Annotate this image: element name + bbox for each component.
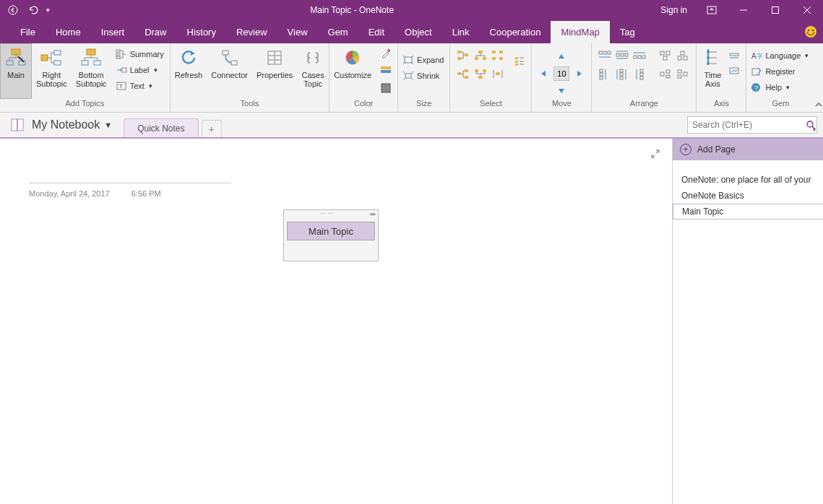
select-tree-2[interactable] [473,48,488,64]
arrange-3[interactable] [632,48,647,64]
arrange-2[interactable] [615,48,629,64]
move-step-value[interactable]: 10 [553,66,569,81]
tab-mindmap[interactable]: MindMap [551,21,609,43]
shrink-button[interactable]: Shrink [402,68,444,84]
arrange-5[interactable] [615,66,629,82]
page-list-panel: + Add Page OneNote: one place for all of… [672,139,823,504]
bottom-subtopic-button[interactable]: Bottom Subtopic [72,43,111,99]
svg-rect-14 [54,51,61,55]
page-item[interactable]: OneNote: one place for all of your [673,172,823,188]
arrange-10[interactable] [676,66,690,82]
axis-extra-1[interactable] [728,48,740,64]
search-button[interactable]: ▾ [805,117,816,133]
main-topic-icon [4,46,27,69]
arrange-7[interactable] [658,48,673,64]
tab-history[interactable]: History [177,21,226,43]
summary-button[interactable]: Summary [116,46,164,62]
arrange-4[interactable] [598,66,612,82]
text-button[interactable]: T Text ▾ [116,78,164,94]
mindmap-container[interactable]: ⋯⋯ ◂▸ Main Topic [283,209,379,261]
label-button[interactable]: Label ▾ [116,62,164,78]
fill-color-button[interactable] [380,79,392,97]
move-right-button[interactable] [572,67,585,80]
help-button[interactable]: ? Help ▾ [751,79,809,95]
tab-home[interactable]: Home [46,21,91,43]
tab-link[interactable]: Link [442,21,480,43]
resize-handle-icon[interactable]: ◂▸ [369,210,376,219]
svg-rect-13 [41,55,48,61]
tab-draw[interactable]: Draw [134,21,176,43]
add-page-button[interactable]: + Add Page [673,139,823,160]
svg-point-0 [9,6,17,14]
theme-color-button[interactable] [380,62,392,79]
back-button[interactable] [3,0,23,20]
arrange-1[interactable] [598,48,612,64]
tab-object[interactable]: Object [395,21,442,43]
connector-button[interactable]: Connector [207,43,252,99]
main-topic-button[interactable]: Main [0,43,32,99]
search-box[interactable]: ▾ [687,116,817,134]
arrange-9[interactable] [658,66,673,82]
add-section-button[interactable]: + [202,120,222,137]
register-button[interactable]: Register [751,64,809,79]
page-item-selected[interactable]: Main Topic [673,204,823,220]
properties-button[interactable]: Properties [252,43,297,99]
group-label: Axis [697,99,746,112]
select-tree-6[interactable] [491,66,505,82]
tab-gem[interactable]: Gem [318,21,358,43]
refresh-button[interactable]: Refresh [171,43,207,99]
notebook-name-dropdown[interactable]: My Notebook ▼ [32,118,112,131]
maximize-button[interactable] [759,0,791,20]
page-item[interactable]: OneNote Basics [673,188,823,204]
tab-edit[interactable]: Edit [358,21,395,43]
select-tree-4[interactable] [456,66,470,82]
cases-topic-button[interactable]: Cases Topic [297,43,329,99]
tab-insert[interactable]: Insert [91,21,135,43]
tab-file[interactable]: File [10,21,46,43]
svg-rect-101 [678,70,681,73]
expand-page-button[interactable] [650,149,660,161]
axis-extra-2[interactable] [728,64,740,79]
feedback-button[interactable] [798,20,823,43]
page-canvas[interactable]: Monday, April 24, 2017 6:56 PM ⋯⋯ ◂▸ Mai… [0,139,672,504]
arrange-6[interactable] [632,66,647,82]
eyedropper-button[interactable] [380,45,392,62]
expand-button[interactable]: Expand [402,52,444,68]
ribbon-display-options[interactable] [696,0,728,20]
language-button[interactable]: A字 Language ▾ [751,48,809,64]
close-button[interactable] [791,0,823,20]
svg-rect-62 [515,57,518,59]
svg-rect-57 [465,76,468,79]
tab-view[interactable]: View [277,21,318,43]
sign-in-button[interactable]: Sign in [652,0,696,20]
svg-rect-93 [663,56,667,60]
search-input[interactable] [688,120,805,130]
collapse-ribbon-button[interactable] [814,43,823,112]
right-subtopic-button[interactable]: Right Subtopic [32,43,72,99]
tab-cooperation[interactable]: Cooperation [480,21,551,43]
section-tab-quicknotes[interactable]: Quick Notes [124,118,198,137]
tab-tag[interactable]: Tag [610,21,645,43]
undo-button[interactable] [23,0,43,20]
title-input-line[interactable] [29,170,231,183]
time-axis-button[interactable]: Time Axis [697,43,728,99]
move-up-button[interactable] [555,51,568,64]
customize-color-button[interactable]: Customize [329,43,376,99]
minimize-button[interactable] [728,0,759,20]
select-tree-5[interactable] [473,66,488,82]
select-tree-3[interactable] [491,48,505,64]
move-down-button[interactable] [555,84,568,97]
label: Cases Topic [302,71,324,88]
main-topic-node[interactable]: Main Topic [287,222,375,240]
qat-customize-dropdown[interactable]: ▾ [43,0,52,20]
select-extra-button[interactable] [514,53,525,69]
move-left-button[interactable] [538,67,551,80]
notebook-icon[interactable] [0,118,32,132]
chevron-down-icon: ▼ [104,121,112,129]
tab-review[interactable]: Review [226,21,277,43]
svg-rect-99 [666,75,670,78]
svg-rect-65 [599,51,602,54]
select-tree-1[interactable] [456,48,470,64]
container-drag-handle[interactable]: ⋯⋯ ◂▸ [284,210,378,219]
arrange-8[interactable] [676,48,690,64]
